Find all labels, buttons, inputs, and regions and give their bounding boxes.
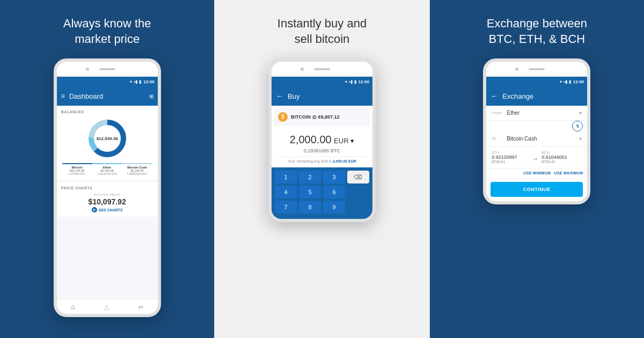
use-maximum-link[interactable]: USE MAXIMUM: [554, 171, 583, 175]
battery-icon-mid: ▮: [354, 79, 356, 84]
signal-icon-mid: ▪▮: [349, 79, 353, 84]
swap-icon-container: ⇅: [486, 121, 587, 131]
left-panel-title: Always know the market price: [63, 16, 151, 47]
key-6[interactable]: 6: [323, 186, 345, 199]
balance-total: $12,549.38: [97, 136, 118, 141]
coinbase-b-icon: B: [92, 207, 97, 212]
status-time-middle: 12:00: [358, 79, 369, 84]
status-bar-middle: ▾ ▪▮ ▮ 12:00: [272, 77, 372, 86]
battery-icon-right: ▮: [569, 79, 571, 84]
balance-bch: Bitcoin Cash $1,105.02 0.90992x55 BCH: [122, 163, 152, 175]
from-value: Ether: [507, 110, 576, 116]
exchange-header: ← Exchange: [486, 86, 587, 106]
price-charts-section: PRICE CHARTS BITCOIN PRICE $10,097.92 B …: [57, 182, 158, 217]
hamburger-icon[interactable]: ≡: [61, 92, 65, 100]
from-label: From: [492, 111, 503, 115]
qr-icon[interactable]: ⊞: [149, 93, 153, 99]
phone-exchange: ▾ ▪▮ ▮ 12:00 ← Exchange From Ether ▾ ⇅ T…: [483, 58, 590, 204]
back-arrow-buy[interactable]: ←: [276, 92, 283, 100]
bch-crypto: 0.90992x55 BCH: [122, 172, 152, 175]
exchange-arrow-icon: →: [532, 151, 541, 163]
use-minimum-link[interactable]: USE MINIMUM: [523, 171, 551, 175]
bitcoin-line: [62, 163, 92, 164]
continue-button[interactable]: CONTINUE: [491, 182, 583, 197]
btc-coin-icon: ₿: [278, 112, 288, 122]
to-value: Bitcoin Cash: [507, 136, 576, 142]
eth-amount-col: ETH 0.92120997 $749.61: [492, 151, 532, 164]
swap-icon[interactable]: ⇅: [572, 121, 583, 131]
key-1[interactable]: 1: [275, 171, 297, 183]
phone-camera-middle: [301, 68, 304, 71]
key-2[interactable]: 2: [299, 171, 321, 183]
key-7[interactable]: 7: [275, 201, 297, 214]
key-empty-1: [347, 186, 369, 199]
exchange-actions: USE MINIMUM USE MAXIMUM: [486, 168, 587, 178]
phone-buy: ▾ ▪▮ ▮ 12:00 ← Buy ₿ BITCOIN @ €6,807.12…: [268, 58, 376, 222]
phone-top-bar-middle: [272, 62, 372, 77]
buy-screen: ₿ BITCOIN @ €6,807.12 2,000.00 EUR ▾ 0.2…: [272, 108, 372, 219]
buy-header: ← Buy: [272, 86, 372, 106]
buy-coin-label: BITCOIN @ €6,807.12: [291, 114, 340, 120]
balance-items: Bitcoin $10,144.30 1.004355 BTC Ether $1…: [61, 163, 153, 175]
status-icons-middle: ▾ ▪▮ ▮: [345, 79, 356, 84]
key-9[interactable]: 9: [323, 201, 345, 214]
key-5[interactable]: 5: [299, 186, 321, 199]
ether-crypto: 1.92124183 ETH: [92, 172, 122, 175]
bch-usd: $736.42: [541, 160, 582, 164]
from-dropdown-icon[interactable]: ▾: [579, 110, 582, 116]
trade-nav-icon[interactable]: ⇌: [138, 303, 143, 311]
phone-dashboard: ▾ ▪▮ ▮ 12:00 ≡ Dashboard ⊞ BALANCES: [54, 58, 161, 317]
right-panel-title: Exchange between BTC, ETH, & BCH: [487, 16, 587, 47]
bch-line: [122, 163, 152, 164]
key-empty-2: [347, 201, 369, 214]
left-panel: Always know the market price ▾ ▪▮ ▮ 12:0…: [0, 0, 214, 338]
ether-line: [92, 163, 122, 164]
exchange-amounts: ETH 0.92120997 $749.61 → BCH 0.61044001 …: [486, 146, 587, 168]
dashboard-screen: BALANCES $12,549.38 Bitcoin $10,144.30: [57, 106, 158, 299]
balance-ether: Ether $1,300.06 1.92124183 ETH: [92, 163, 122, 175]
phone-speaker-right: [529, 68, 545, 70]
to-dropdown-icon[interactable]: ▾: [579, 136, 582, 142]
exchange-screen: From Ether ▾ ⇅ To Bitcoin Cash ▾ ETH 0.9…: [486, 106, 587, 197]
buy-amount-display: 2,000.00 EUR ▾: [272, 128, 372, 148]
bch-amount-col: BCH 0.61044001 $736.42: [541, 151, 582, 164]
phone-camera-right: [515, 68, 518, 71]
home-nav-icon[interactable]: ⌂: [71, 303, 75, 311]
status-time-left: 12:00: [143, 79, 154, 84]
numpad-row-3: 7 8 9: [274, 201, 370, 214]
buy-currency: EUR ▾: [334, 137, 354, 145]
right-panel: Exchange between BTC, ETH, & BCH ▾ ▪▮ ▮ …: [430, 0, 644, 338]
key-delete[interactable]: ⌫: [347, 171, 369, 183]
see-charts-button[interactable]: B SEE CHARTS: [61, 207, 153, 212]
phone-speaker-middle: [314, 68, 330, 70]
bitcoin-price-value: $10,097.92: [61, 197, 153, 206]
key-8[interactable]: 8: [299, 201, 321, 214]
buy-limit-text: Your remaining buy limit is 2,000.00 EUR: [272, 157, 372, 167]
eth-label: ETH: [492, 151, 532, 155]
bottom-nav-dashboard: ⌂ △ ⇌: [57, 299, 158, 314]
phone-top-bar-right: [486, 62, 587, 77]
price-charts-label: PRICE CHARTS: [61, 186, 153, 190]
phone-camera: [86, 68, 89, 71]
signal-icon: ▪▮: [134, 79, 137, 84]
wifi-icon: ▾: [130, 79, 132, 84]
status-bar-left: ▾ ▪▮ ▮ 12:00: [57, 77, 158, 86]
exchange-title: Exchange: [502, 92, 583, 100]
balance-bitcoin: Bitcoin $10,144.30 1.004355 BTC: [62, 163, 92, 175]
key-4[interactable]: 4: [275, 186, 297, 199]
balances-label: BALANCES: [61, 110, 153, 114]
key-3[interactable]: 3: [323, 171, 345, 183]
chart-nav-icon[interactable]: △: [104, 303, 109, 311]
middle-panel-title: Instantly buy and sell bitcoin: [277, 16, 367, 47]
exchange-to-row: To Bitcoin Cash ▾: [486, 131, 587, 146]
signal-icon-right: ▪▮: [564, 79, 567, 84]
donut-chart-container: $12,549.38: [61, 117, 153, 160]
wifi-icon-right: ▾: [560, 79, 562, 84]
dashboard-header: ≡ Dashboard ⊞: [57, 86, 158, 106]
battery-icon: ▮: [139, 79, 141, 84]
back-arrow-exchange[interactable]: ←: [491, 92, 498, 100]
phone-speaker: [99, 68, 115, 70]
eth-usd: $749.61: [492, 160, 532, 164]
balances-section: BALANCES $12,549.38 Bitcoin $10,144.30: [57, 106, 158, 180]
numpad-row-1: 1 2 3 ⌫: [274, 171, 370, 183]
